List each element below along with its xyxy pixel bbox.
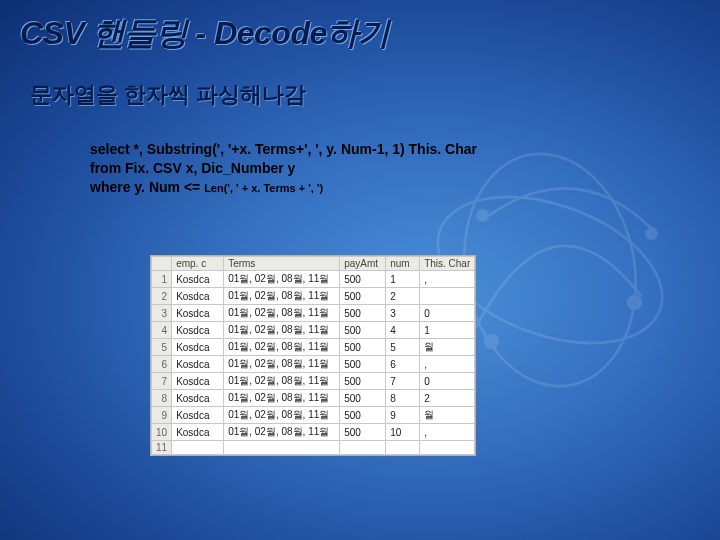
cell: 01월, 02월, 08월, 11월 [224, 271, 340, 288]
cell: 500 [340, 288, 386, 305]
cell: 8 [386, 390, 420, 407]
cell: Kosdca [172, 424, 224, 441]
cell: 6 [152, 356, 172, 373]
cell: , [420, 424, 475, 441]
cell: 500 [340, 305, 386, 322]
cell: 4 [152, 322, 172, 339]
cell: 1 [420, 322, 475, 339]
cell: 7 [386, 373, 420, 390]
cell: 500 [340, 271, 386, 288]
cell: 7 [152, 373, 172, 390]
table-row: 3Kosdca01월, 02월, 08월, 11월50030 [152, 305, 475, 322]
cell: Kosdca [172, 390, 224, 407]
cell: Kosdca [172, 288, 224, 305]
table-header-row: emp. c Terms payAmt num This. Char [152, 257, 475, 271]
cell: 9 [152, 407, 172, 424]
svg-point-4 [476, 209, 489, 222]
code-line: from Fix. CSV x, Dic_Number y [90, 159, 477, 178]
cell: 0 [420, 305, 475, 322]
col-emp: emp. c [172, 257, 224, 271]
cell: 3 [386, 305, 420, 322]
table-row: 6Kosdca01월, 02월, 08월, 11월5006, [152, 356, 475, 373]
cell [420, 441, 475, 455]
sql-code-block: select *, Substring(', '+x. Terms+', ', … [90, 140, 477, 197]
cell: 0 [420, 373, 475, 390]
col-payamt: payAmt [340, 257, 386, 271]
cell: 500 [340, 373, 386, 390]
col-rownum [152, 257, 172, 271]
page-title: CSV 핸들링 - Decode하기 [20, 12, 390, 56]
cell: 1 [386, 271, 420, 288]
cell: Kosdca [172, 322, 224, 339]
cell [172, 441, 224, 455]
cell: Kosdca [172, 271, 224, 288]
result-grid: emp. c Terms payAmt num This. Char 1Kosd… [150, 255, 476, 456]
cell: 월 [420, 407, 475, 424]
page-subtitle: 문자열을 한자씩 파싱해나감 [30, 80, 306, 110]
svg-point-1 [446, 140, 653, 400]
cell: 01월, 02월, 08월, 11월 [224, 390, 340, 407]
cell: 5 [386, 339, 420, 356]
code-line: where y. Num <= Len(', ' + x. Terms + ',… [90, 178, 477, 197]
table-row: 1Kosdca01월, 02월, 08월, 11월5001, [152, 271, 475, 288]
cell: 11 [152, 441, 172, 455]
code-line: select *, Substring(', '+x. Terms+', ', … [90, 140, 477, 159]
cell: 01월, 02월, 08월, 11월 [224, 322, 340, 339]
cell: 2 [420, 390, 475, 407]
cell: Kosdca [172, 339, 224, 356]
cell: 500 [340, 356, 386, 373]
cell [224, 441, 340, 455]
svg-point-2 [484, 334, 500, 350]
table-row: 11 [152, 441, 475, 455]
table-row: 4Kosdca01월, 02월, 08월, 11월50041 [152, 322, 475, 339]
cell [420, 288, 475, 305]
col-thischar: This. Char [420, 257, 475, 271]
cell: 500 [340, 390, 386, 407]
cell: Kosdca [172, 373, 224, 390]
cell: 01월, 02월, 08월, 11월 [224, 339, 340, 356]
cell: 9 [386, 407, 420, 424]
cell [386, 441, 420, 455]
cell: 01월, 02월, 08월, 11월 [224, 407, 340, 424]
cell: , [420, 356, 475, 373]
cell [340, 441, 386, 455]
cell: 5 [152, 339, 172, 356]
table-row: 10Kosdca01월, 02월, 08월, 11월50010, [152, 424, 475, 441]
table-row: 2Kosdca01월, 02월, 08월, 11월5002 [152, 288, 475, 305]
cell: 01월, 02월, 08월, 11월 [224, 288, 340, 305]
cell: 10 [152, 424, 172, 441]
cell: , [420, 271, 475, 288]
table-row: 7Kosdca01월, 02월, 08월, 11월50070 [152, 373, 475, 390]
cell: 4 [386, 322, 420, 339]
cell: 500 [340, 339, 386, 356]
cell: 월 [420, 339, 475, 356]
table-row: 8Kosdca01월, 02월, 08월, 11월50082 [152, 390, 475, 407]
cell: 3 [152, 305, 172, 322]
svg-point-3 [627, 295, 643, 311]
cell: 01월, 02월, 08월, 11월 [224, 356, 340, 373]
cell: 6 [386, 356, 420, 373]
svg-point-5 [645, 227, 658, 240]
cell: 500 [340, 424, 386, 441]
cell: Kosdca [172, 407, 224, 424]
table-row: 9Kosdca01월, 02월, 08월, 11월5009월 [152, 407, 475, 424]
cell: 10 [386, 424, 420, 441]
cell: 01월, 02월, 08월, 11월 [224, 373, 340, 390]
cell: 500 [340, 322, 386, 339]
cell: Kosdca [172, 305, 224, 322]
cell: 2 [386, 288, 420, 305]
col-num: num [386, 257, 420, 271]
cell: 1 [152, 271, 172, 288]
cell: Kosdca [172, 356, 224, 373]
cell: 8 [152, 390, 172, 407]
cell: 01월, 02월, 08월, 11월 [224, 424, 340, 441]
cell: 2 [152, 288, 172, 305]
col-terms: Terms [224, 257, 340, 271]
cell: 500 [340, 407, 386, 424]
cell: 01월, 02월, 08월, 11월 [224, 305, 340, 322]
table-row: 5Kosdca01월, 02월, 08월, 11월5005월 [152, 339, 475, 356]
